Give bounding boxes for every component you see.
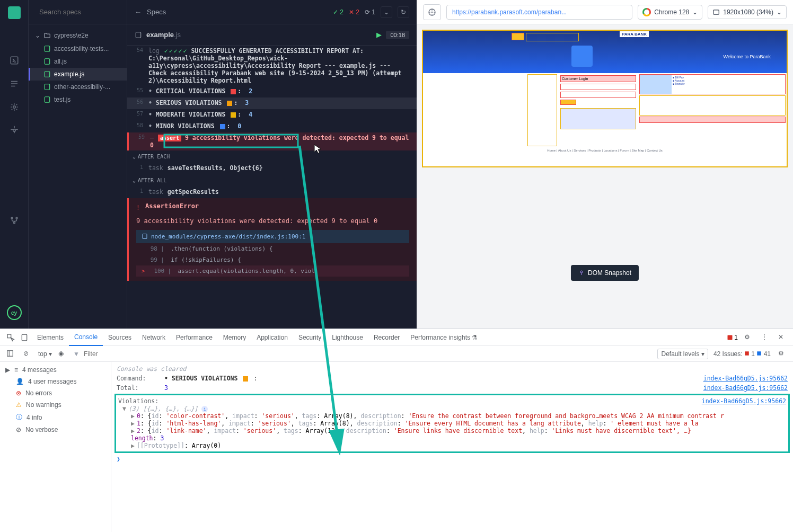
login-header: Customer Login xyxy=(562,77,588,81)
spec-file-0[interactable]: accessibility-tests... xyxy=(29,42,127,55)
chrome-icon xyxy=(642,8,651,16)
console-sidebar: ▶≡4 messages👤4 user messages⊗No errors⚠N… xyxy=(0,362,111,532)
issues-badge[interactable]: 42 Issues: 1 41 xyxy=(713,350,771,358)
expand-icon[interactable]: ▶ xyxy=(131,442,135,449)
violation-item-1[interactable]: ▶1: {id: 'html-has-lang', impact: 'serio… xyxy=(118,420,786,427)
log-line-54[interactable]: 54 log✓✓✓✓✓ SUCCESSFULLY GENERATED ACCES… xyxy=(127,46,417,86)
devtools-tab-elements[interactable]: Elements xyxy=(32,329,69,346)
url-bar[interactable]: https://parabank.parasoft.com/paraban... xyxy=(446,5,632,20)
branches-icon[interactable] xyxy=(9,215,20,226)
svg-point-15 xyxy=(431,12,432,12)
log-line-55[interactable]: 55• CRITICAL VIOLATIONS : 2 xyxy=(127,86,417,97)
expand-icon[interactable]: ▼ xyxy=(122,405,126,412)
inspect-icon[interactable] xyxy=(6,333,15,342)
site-preview[interactable]: PARA BANK Welcome to ParaBank Customer L… xyxy=(422,30,788,167)
spec-label: example.js xyxy=(54,70,84,78)
sidebar-err[interactable]: ⊗No errors xyxy=(0,387,111,399)
filter-input[interactable] xyxy=(84,350,654,358)
browser-selector[interactable]: Chrome 128⌄ xyxy=(638,5,702,20)
file-icon xyxy=(43,70,51,78)
source-link[interactable]: index-Bad66gD5.js:95662 xyxy=(702,397,786,405)
violation-item-0[interactable]: ▶0: {id: 'color-contrast', impact: 'seri… xyxy=(118,412,786,420)
app-logo xyxy=(8,6,21,19)
svg-rect-10 xyxy=(45,84,49,90)
settings-icon[interactable] xyxy=(9,125,20,136)
spec-file-4[interactable]: test.js xyxy=(29,93,127,106)
log-line-57[interactable]: 57• MODERATE VIOLATIONS : 4 xyxy=(127,109,417,121)
main-panel: ← Specs ✓ 2 ✕ 2 ⟳ 1 ⌄ ↻ example.js ▶ 00:… xyxy=(127,0,417,329)
sidebar-verbose[interactable]: ⊘No verbose xyxy=(0,424,111,436)
devtools: ElementsConsoleSourcesNetworkPerformance… xyxy=(0,329,793,532)
spec-file-1[interactable]: all.js xyxy=(29,55,127,68)
log-line-56[interactable]: 56• SERIOUS VIOLATIONS : 3 xyxy=(127,97,417,109)
dom-snapshot-badge[interactable]: DOM Snapshot xyxy=(571,265,639,281)
more-icon[interactable]: ⋮ xyxy=(761,333,770,342)
errors-badge[interactable]: 1 xyxy=(727,334,738,341)
nav-rail: cy xyxy=(0,0,29,329)
devtools-tab-security[interactable]: Security xyxy=(293,329,327,346)
svg-rect-7 xyxy=(45,46,49,52)
spec-file-3[interactable]: other-accessibiliy-... xyxy=(29,81,127,93)
devtools-tab-performance insights[interactable]: Performance insights ⚗ xyxy=(405,329,483,346)
levels-selector[interactable]: Default levels ▾ xyxy=(657,349,708,359)
after-all-header[interactable]: ⌄AFTER ALL xyxy=(127,174,417,187)
file-icon xyxy=(43,96,51,103)
console-cleared: Console was cleared xyxy=(117,365,187,373)
sidebar-toggle-icon[interactable] xyxy=(6,350,15,358)
devtools-tab-sources[interactable]: Sources xyxy=(103,329,137,346)
svg-rect-13 xyxy=(143,234,147,239)
devtools-tab-lighthouse[interactable]: Lighthouse xyxy=(327,329,368,346)
debug-icon[interactable] xyxy=(9,102,20,112)
sidebar-info[interactable]: ⓘ4 info xyxy=(0,411,111,424)
log-line-58[interactable]: 58• MINOR VIOLATIONS : 0 xyxy=(127,121,417,132)
source-link[interactable]: index-Bad66gD5.js:95662 xyxy=(703,375,788,382)
code-line: > 100| assert.equal(violations.length, 0… xyxy=(136,265,409,277)
runs-icon[interactable] xyxy=(9,55,20,66)
folder-cypress-e2e[interactable]: ⌄ cypress\e2e xyxy=(29,29,127,42)
pass-count: ✓ 2 xyxy=(333,8,343,16)
spec-file-2[interactable]: example.js xyxy=(29,68,127,81)
back-icon[interactable]: ← xyxy=(135,8,142,16)
sidebar-user[interactable]: 👤4 user messages xyxy=(0,376,111,387)
error-box: !AssertionError 9 accessibility violatio… xyxy=(127,198,417,281)
error-file-link[interactable]: node_modules/cypress-axe/dist/index.js:1… xyxy=(136,230,409,243)
refresh-button[interactable]: ↻ xyxy=(398,6,409,18)
console-output: Console was cleared Command:• SERIOUS VI… xyxy=(111,362,793,532)
gear-icon[interactable]: ⚙ xyxy=(778,350,787,358)
specs-icon[interactable] xyxy=(9,78,20,89)
close-icon[interactable]: ✕ xyxy=(778,333,787,342)
console-prompt[interactable]: ❯ xyxy=(111,454,793,464)
gear-icon[interactable]: ⚙ xyxy=(744,333,753,342)
devtools-tab-application[interactable]: Application xyxy=(251,329,293,346)
devtools-tab-performance[interactable]: Performance xyxy=(171,329,218,346)
spec-label: accessibility-tests... xyxy=(54,45,109,52)
clear-icon[interactable]: ⊘ xyxy=(23,350,32,358)
viewport-selector[interactable]: 1920x1080 (34%)⌄ xyxy=(708,5,787,19)
chevron-down-icon[interactable]: ⌄ xyxy=(381,6,392,18)
fail-count: ✕ 2 xyxy=(349,8,359,16)
context-selector[interactable]: top ▾ xyxy=(38,350,52,358)
play-icon[interactable]: ▶ xyxy=(376,31,382,39)
console-total-line[interactable]: Total:3index-Bad66gD5.js:95662 xyxy=(111,383,793,393)
selector-playground-button[interactable] xyxy=(423,4,441,20)
file-icon xyxy=(142,233,148,240)
sidebar-warn[interactable]: ⚠No warnings xyxy=(0,399,111,411)
after-each-header[interactable]: ⌄AFTER EACH xyxy=(127,150,417,163)
expand-messages[interactable]: ▶≡4 messages xyxy=(0,364,111,376)
svg-rect-12 xyxy=(136,32,140,38)
after-all-line[interactable]: 1taskgetSpecResults xyxy=(127,187,417,198)
file-name: example.js xyxy=(146,31,181,39)
log-line-assert[interactable]: 59 –assert 9 accessibility violations we… xyxy=(127,132,417,150)
devtools-tab-memory[interactable]: Memory xyxy=(218,329,251,346)
devtools-tab-console[interactable]: Console xyxy=(69,329,103,346)
console-command-line[interactable]: Command:• SERIOUS VIOLATIONS :index-Bad6… xyxy=(111,374,793,383)
violations-box: Violations:index-Bad66gD5.js:95662 ▼(3) … xyxy=(114,394,790,453)
eye-icon[interactable]: ◉ xyxy=(58,350,67,358)
violation-item-2[interactable]: ▶2: {id: 'link-name', impact: 'serious',… xyxy=(118,427,786,435)
search-input[interactable] xyxy=(39,8,128,16)
devtools-tab-network[interactable]: Network xyxy=(137,329,171,346)
device-icon[interactable] xyxy=(20,333,29,342)
after-each-line[interactable]: 1tasksaveTestResults, Object{6} xyxy=(127,163,417,174)
devtools-tab-recorder[interactable]: Recorder xyxy=(368,329,405,346)
source-link[interactable]: index-Bad66gD5.js:95662 xyxy=(703,384,788,392)
